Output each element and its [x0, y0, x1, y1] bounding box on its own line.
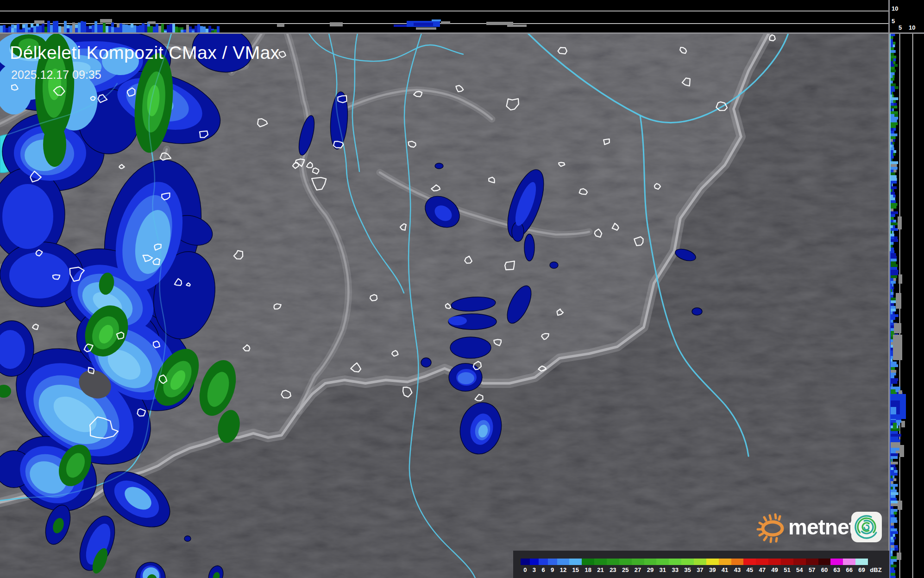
legend-unit: dBZ: [868, 559, 884, 573]
top-height-profile: [0, 0, 889, 33]
legend-stop: 49: [768, 559, 781, 573]
timestamp: 2025.12.17 09:35: [11, 68, 101, 82]
top-profile-tick-5km: 5: [892, 18, 895, 24]
legend-stop: 29: [644, 559, 657, 573]
legend-stop: 51: [781, 559, 793, 573]
legend-stop: 9: [548, 559, 557, 573]
page-title: Délkeleti Kompozit CMax / VMax: [10, 43, 280, 63]
legend-stop: 6: [539, 559, 548, 573]
legend-stop: 43: [731, 559, 744, 573]
radar-composite-view: 10 5 5 10 Délkeleti Kompozit CMax / VMax…: [0, 0, 924, 578]
right-profile-tick-5: 5: [899, 25, 902, 31]
legend-stop: 47: [756, 559, 768, 573]
legend-stop: 18: [582, 559, 594, 573]
metnet-logo-text: metnet: [788, 514, 855, 540]
legend-bar: dBZ 036912151821232527293133353739414345…: [521, 559, 884, 573]
legend-stop: 37: [694, 559, 706, 573]
profile-axis-corner: 10 5 5 10: [889, 0, 924, 33]
legend-stop: 27: [632, 559, 644, 573]
sun-icon: [756, 510, 788, 543]
top-profile-tick-10km: 10: [892, 6, 898, 12]
legend-stop: 33: [669, 559, 681, 573]
legend-stop: 57: [806, 559, 818, 573]
profile-divider-horizontal: [0, 32, 924, 34]
radar-map: [0, 33, 889, 578]
legend-stop: 25: [619, 559, 632, 573]
legend-stop: 69: [855, 559, 868, 573]
spiral-icon: [851, 512, 882, 542]
legend-stop: 60: [818, 559, 831, 573]
legend-stop: 0: [521, 559, 530, 573]
legend-stop: 3: [530, 559, 539, 573]
legend-stop: 41: [719, 559, 731, 573]
legend-stop: 31: [656, 559, 669, 573]
legend-stop: 15: [569, 559, 582, 573]
legend-stop: 35: [681, 559, 694, 573]
radar-map-svg: [0, 33, 889, 578]
right-profile-tick-10: 10: [909, 25, 915, 31]
legend-stop: 21: [594, 559, 607, 573]
legend-stop: 63: [830, 559, 843, 573]
right-height-profile: [889, 33, 924, 578]
profile-divider-vertical: [888, 0, 890, 578]
branding: metnet: [756, 506, 890, 545]
legend-stop: 39: [706, 559, 719, 573]
legend-stop: 23: [607, 559, 619, 573]
dbz-legend: dBZ 036912151821232527293133353739414345…: [513, 551, 889, 578]
legend-stop: 12: [557, 559, 570, 573]
legend-stop: 54: [793, 559, 806, 573]
legend-stop: 45: [743, 559, 756, 573]
legend-stop: 66: [843, 559, 855, 573]
